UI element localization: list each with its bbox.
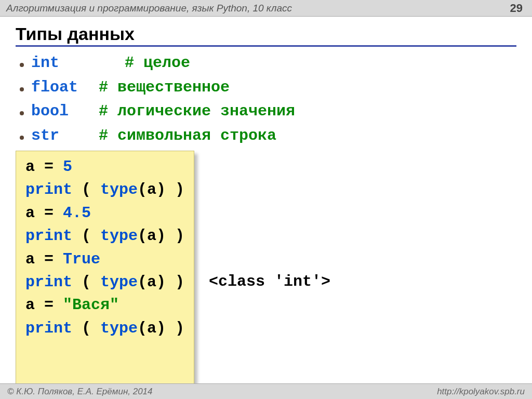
code-text: a = — [25, 296, 63, 314]
code-keyword: type — [100, 227, 138, 245]
type-comment: # вещественное — [99, 75, 230, 100]
type-row-str: str # символьная строка — [20, 124, 516, 148]
footer-authors: © К.Ю. Поляков, Е.А. Ерёмин, 2014 — [7, 387, 153, 397]
slide-footer: © К.Ю. Поляков, Е.А. Ерёмин, 2014 http:/… — [0, 383, 532, 399]
type-name: float — [31, 75, 99, 100]
code-keyword: type — [100, 273, 138, 291]
code-keyword: type — [100, 320, 138, 337]
slide-header: Алгоритмизация и программирование, язык … — [0, 0, 532, 17]
type-name: bool — [31, 99, 99, 124]
type-row-bool: bool # логические значения — [20, 99, 516, 124]
code-keyword: print — [25, 320, 82, 337]
code-string: "Вася" — [63, 296, 119, 314]
header-title: Алгоритмизация и программирование, язык … — [6, 3, 292, 14]
bullet-icon — [20, 63, 24, 67]
code-keyword: type — [100, 181, 138, 198]
code-text: a = — [25, 204, 63, 222]
code-literal: True — [63, 250, 100, 268]
code-text: a = — [25, 250, 63, 268]
code-keyword: print — [25, 273, 82, 291]
bullet-icon — [20, 136, 24, 140]
output-spacer — [209, 201, 349, 224]
bullet-icon — [20, 111, 24, 115]
code-literal: 4.5 — [63, 204, 91, 222]
code-box: a = 5 print ( type(a) ) a = 4.5 print ( … — [16, 151, 194, 399]
example-area: a = 5 print ( type(a) ) a = 4.5 print ( … — [16, 151, 516, 399]
code-text: ( — [82, 227, 100, 245]
code-text: ( — [82, 320, 100, 337]
code-keyword: print — [25, 227, 82, 245]
slide-content: Типы данных int # целое float # веществе… — [0, 17, 532, 399]
type-name: str — [31, 124, 99, 148]
type-row-int: int # целое — [20, 51, 516, 75]
code-text: (a) ) — [138, 181, 184, 198]
output-column: <class 'int'> <class 'float'> <class 'bo… — [194, 151, 349, 399]
code-text: (a) ) — [138, 320, 184, 337]
code-text: ( — [82, 273, 100, 291]
code-text: ( — [82, 181, 100, 198]
types-list: int # целое float # вещественное bool # … — [20, 51, 516, 148]
output-line: <class 'int'> — [209, 270, 349, 293]
bullet-icon — [20, 87, 24, 91]
code-text: a = — [25, 158, 63, 176]
footer-url: http://kpolyakov.spb.ru — [437, 387, 525, 397]
code-text: (a) ) — [138, 273, 184, 291]
code-literal: 5 — [63, 158, 72, 176]
code-keyword: print — [25, 181, 82, 198]
type-comment: # символьная строка — [99, 124, 276, 148]
slide-title: Типы данных — [16, 24, 516, 47]
page-number: 29 — [510, 2, 526, 15]
output-spacer — [209, 339, 349, 362]
type-name: int — [31, 51, 125, 75]
type-row-float: float # вещественное — [20, 75, 516, 100]
type-comment: # логические значения — [99, 99, 295, 124]
type-comment: # целое — [125, 51, 190, 75]
code-text: (a) ) — [138, 227, 184, 245]
